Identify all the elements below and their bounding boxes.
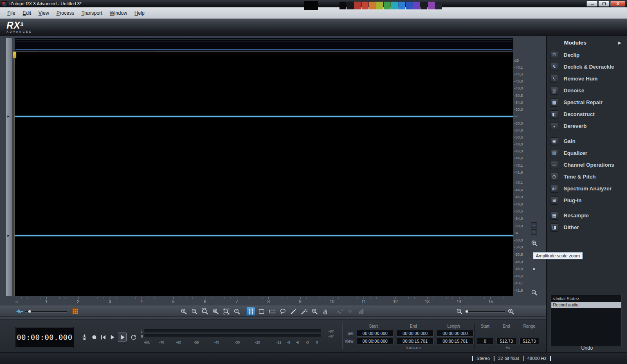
play-button[interactable] <box>108 333 116 341</box>
timeline-zoom-handle[interactable] <box>465 310 469 313</box>
waveform-overview-bar[interactable] <box>15 38 513 51</box>
module-dither[interactable]: ◨Dither <box>547 221 627 233</box>
modules-header-row: Modules ▶ <box>547 36 627 49</box>
amp-zoom-handle[interactable] <box>533 268 535 270</box>
zoom-tool[interactable] <box>310 307 319 316</box>
module-gain[interactable]: ◉Gain <box>547 135 627 147</box>
rx3-logo: RX3 ADVANCED <box>7 21 33 33</box>
menu-view[interactable]: View <box>35 9 52 18</box>
frequency-selection-tool[interactable] <box>267 307 276 316</box>
time-selection-tool[interactable] <box>246 307 255 316</box>
grab-hand-tool[interactable] <box>321 307 330 316</box>
status-48000-hz: 48000 Hz <box>527 356 546 361</box>
module-channel-operations[interactable]: ∞Channel Operations <box>547 159 627 171</box>
module-label: Spectrum Analyzer <box>564 185 611 192</box>
display-balance-handle[interactable] <box>28 310 31 313</box>
module-equalizer[interactable]: ▥Equalizer <box>547 147 627 159</box>
spectral-repair-icon: ▦ <box>550 98 558 107</box>
module-denoise[interactable]: ▒Denoise <box>547 85 627 96</box>
row-label-view: View <box>344 339 353 344</box>
view-start-value: 00:00:00.000 <box>357 338 393 344</box>
freq-header-start: Start <box>477 324 493 329</box>
db-label: dB <box>514 58 519 63</box>
freq-start-value: 0 <box>477 338 493 344</box>
module-remove-hum[interactable]: ϟRemove Hum <box>547 73 627 85</box>
db-label: -43,1 <box>514 65 523 69</box>
fit-horizontal-button[interactable]: ↔ <box>531 222 537 228</box>
db-label: -44,4 <box>514 72 523 76</box>
channel1-expand-arrow[interactable]: ▶ <box>7 115 9 118</box>
record-button[interactable] <box>90 333 98 341</box>
timeline-zoom-in-button[interactable] <box>506 307 515 316</box>
maximize-button[interactable] <box>598 1 609 7</box>
return-to-start-button[interactable] <box>99 333 107 341</box>
play-selection-button[interactable] <box>118 333 127 342</box>
rx-logo-text: RX <box>7 20 20 31</box>
waveform-display[interactable] <box>15 52 513 296</box>
amp-zoom-in-button[interactable] <box>531 240 538 247</box>
minimize-button[interactable] <box>587 1 598 7</box>
column-header-end: End <box>395 324 432 329</box>
db-label: -50,5 <box>514 209 523 213</box>
module-label: Declip <box>564 52 580 58</box>
module-declick-decrackle[interactable]: ↯Declick & Decrackle <box>547 61 627 73</box>
db-label: -60,0 <box>514 107 523 112</box>
module-spectral-repair[interactable]: ▦Spectral Repair <box>547 96 627 108</box>
fit-vertical-button[interactable]: ↕ <box>531 229 537 235</box>
db-label: -46,0 <box>514 79 523 83</box>
amp-zoom-out-button[interactable] <box>531 289 538 296</box>
transport-bar: 00:00:00.000 L R -87 -87 -Inf.-70-60-50-… <box>0 319 546 352</box>
module-dereverb[interactable]: ◗Dereverb <box>547 120 627 132</box>
db-label: -54,0 <box>514 217 523 221</box>
zoom-selection-button[interactable] <box>200 307 209 316</box>
timeline-zoom-out-button[interactable] <box>455 307 464 316</box>
channel2-expand-arrow[interactable]: ▶ <box>7 234 9 237</box>
record-input-mic-button[interactable] <box>80 333 88 341</box>
overview-line <box>16 40 512 40</box>
timeline-zoom-slider[interactable] <box>465 311 505 312</box>
zoom-out-button[interactable] <box>190 307 199 316</box>
module-spectrum-analyzer[interactable]: ılılSpectrum Analyzer <box>547 183 627 194</box>
lasso-selection-tool[interactable] <box>278 307 287 316</box>
background-window-fragment <box>304 1 318 10</box>
time-display[interactable]: 00:00:00.000 <box>16 327 74 348</box>
zoom-reset-button[interactable] <box>232 307 241 316</box>
modules-expand-icon[interactable]: ▶ <box>618 40 621 45</box>
time-ruler[interactable]: s 123456789101112131415 <box>15 297 513 305</box>
db-label: -44,4 <box>514 188 523 192</box>
display-balance-slider[interactable] <box>25 311 67 312</box>
deconstruct-icon: ◧ <box>550 110 558 118</box>
module-plug-in[interactable]: ⊞Plug-In <box>547 194 627 206</box>
module-deconstruct[interactable]: ◧Deconstruct <box>547 108 627 120</box>
close-button[interactable]: × <box>610 1 625 7</box>
db-label: -46,0 <box>514 267 523 271</box>
menu-transport[interactable]: Transport <box>78 9 106 18</box>
undo-button[interactable]: Undo <box>547 345 627 351</box>
time-frequency-selection-tool[interactable] <box>257 307 266 316</box>
loop-button[interactable] <box>129 333 137 341</box>
status-stereo: Stereo <box>476 356 490 361</box>
svg-text:A: A <box>341 308 343 311</box>
freq-header-end: End <box>497 324 516 329</box>
playhead-marker[interactable] <box>13 51 16 58</box>
brush-selection-tool[interactable] <box>289 307 298 316</box>
zoom-in-button[interactable] <box>179 307 188 316</box>
menu-file[interactable]: File <box>4 9 18 18</box>
modules-header: Modules <box>564 40 587 46</box>
zoom-vertical-button[interactable] <box>211 307 220 316</box>
history-item-record-audio[interactable]: Record audio <box>551 302 621 308</box>
history-item-initial-state[interactable]: <Initial State> <box>551 296 621 302</box>
ruler-tick: 1 <box>45 299 48 304</box>
module-declip[interactable]: ⊓Declip <box>547 49 627 61</box>
menu-process[interactable]: Process <box>53 9 77 18</box>
module-time-pitch[interactable]: ◷Time & Pitch <box>547 171 627 183</box>
module-resample[interactable]: ▤Resample <box>547 210 627 221</box>
menu-help[interactable]: Help <box>131 9 148 18</box>
menu-window[interactable]: Window <box>106 9 130 18</box>
zoom-fit-button[interactable] <box>222 307 231 316</box>
module-label: Remove Hum <box>564 76 598 82</box>
magic-wand-tool[interactable] <box>299 307 308 316</box>
menu-edit[interactable]: Edit <box>19 9 34 18</box>
db-label: -48,0 <box>514 260 523 264</box>
spectrogram-settings-icon[interactable] <box>72 308 78 314</box>
